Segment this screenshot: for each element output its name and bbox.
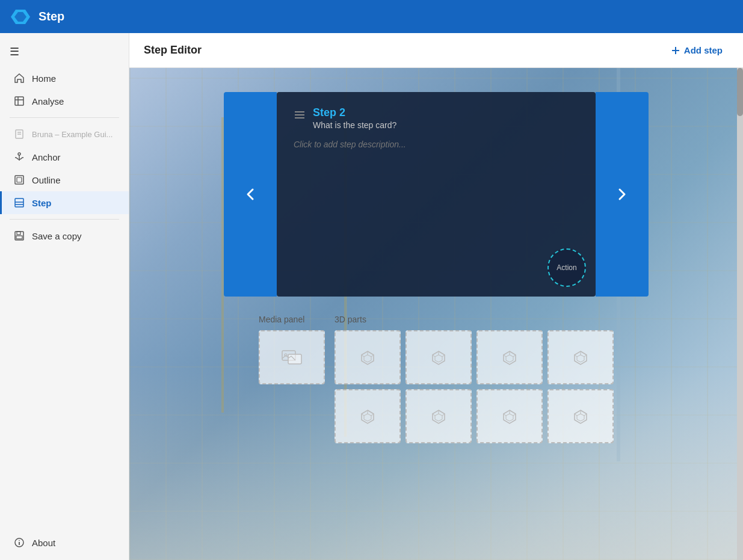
svg-rect-12: [15, 176, 23, 184]
main-layout: ☰ Home Analyse: [0, 33, 743, 560]
step-card-header: Step 2 What is the step card?: [294, 106, 579, 130]
canvas-content: Step 2 What is the step card? Click to a…: [129, 68, 743, 560]
topbar: Step: [0, 0, 743, 33]
sidebar-label-outline: Outline: [32, 175, 61, 185]
sidebar-item-save[interactable]: Save a copy: [0, 224, 129, 247]
part-box-1[interactable]: [335, 330, 401, 384]
sidebar-item-outline[interactable]: Outline: [0, 168, 129, 191]
media-panel-box[interactable]: [259, 330, 325, 384]
svg-marker-67: [577, 414, 584, 421]
svg-marker-47: [577, 355, 584, 362]
step-card: Step 2 What is the step card? Click to a…: [277, 92, 596, 297]
media-panel-label: Media panel: [259, 315, 325, 324]
divider-1: [10, 117, 119, 118]
sidebar: ☰ Home Analyse: [0, 33, 129, 560]
home-icon: [14, 73, 25, 84]
right-arrow-icon: [614, 186, 630, 203]
svg-marker-32: [364, 355, 371, 362]
step-card-container: Step 2 What is the step card? Click to a…: [165, 92, 707, 297]
svg-point-8: [18, 153, 20, 155]
part-icon-7: [501, 408, 518, 425]
svg-marker-57: [435, 414, 442, 421]
app-logo: [10, 6, 31, 28]
sidebar-item-bruna: Bruna – Example Gui...: [0, 123, 129, 146]
parts-panel-section: 3D parts: [335, 315, 614, 443]
sidebar-label-anchor: Anchor: [32, 152, 61, 162]
svg-rect-14: [15, 198, 23, 207]
part-icon-6: [430, 408, 447, 425]
sidebar-item-anchor[interactable]: Anchor: [0, 146, 129, 168]
parts-grid: [335, 330, 614, 443]
part-icon-3: [501, 349, 518, 366]
svg-marker-52: [364, 414, 371, 421]
editor-title: Step Editor: [144, 44, 202, 57]
sidebar-label-save: Save a copy: [32, 231, 82, 241]
part-box-6[interactable]: [405, 389, 472, 443]
action-button[interactable]: Action: [547, 248, 586, 287]
sidebar-label-about: About: [32, 538, 55, 548]
step-description[interactable]: Click to add step description...: [294, 140, 579, 285]
media-panel-icon: [281, 348, 303, 366]
content-area: Step Editor Add step: [129, 33, 743, 560]
left-arrow-icon: [242, 186, 259, 203]
part-icon-2: [430, 349, 447, 366]
sidebar-label-analyse: Analyse: [32, 96, 64, 106]
prev-step-button[interactable]: [224, 92, 277, 297]
editor-header: Step Editor Add step: [129, 33, 743, 68]
bottom-panels: Media panel 3D parts: [165, 315, 707, 443]
svg-rect-29: [288, 354, 301, 364]
part-box-4[interactable]: [547, 330, 614, 384]
next-step-button[interactable]: [596, 92, 649, 297]
step-title-block: Step 2 What is the step card?: [313, 106, 396, 130]
part-icon-8: [572, 408, 589, 425]
sidebar-item-analyse[interactable]: Analyse: [0, 90, 129, 112]
sidebar-item-about[interactable]: About: [0, 531, 129, 554]
part-icon-5: [359, 408, 376, 425]
canvas-area[interactable]: Step 2 What is the step card? Click to a…: [129, 68, 743, 560]
outline-icon: [14, 174, 25, 185]
divider-2: [10, 219, 119, 220]
svg-rect-13: [17, 177, 22, 182]
svg-rect-2: [15, 97, 23, 105]
app-title: Step: [39, 10, 64, 23]
svg-marker-42: [506, 355, 513, 362]
step-card-list-icon: [294, 109, 306, 121]
part-box-2[interactable]: [405, 330, 472, 384]
sidebar-label-step: Step: [32, 198, 52, 208]
part-icon-4: [572, 349, 589, 366]
sidebar-label-home: Home: [32, 73, 56, 84]
svg-marker-62: [506, 414, 513, 421]
about-icon: [14, 537, 25, 548]
svg-marker-37: [435, 355, 442, 362]
sidebar-label-bruna: Bruna – Example Gui...: [32, 130, 113, 139]
sidebar-item-home[interactable]: Home: [0, 67, 129, 90]
part-icon-1: [359, 349, 376, 366]
sidebar-spacer: [0, 247, 129, 531]
step-title: Step 2: [313, 106, 396, 119]
svg-point-22: [19, 540, 20, 541]
step-subtitle: What is the step card?: [313, 120, 396, 130]
part-box-3[interactable]: [476, 330, 543, 384]
add-step-button[interactable]: Add step: [665, 42, 729, 59]
svg-rect-19: [16, 236, 22, 239]
media-panel-section: Media panel: [259, 315, 325, 443]
menu-button[interactable]: ☰: [0, 39, 129, 64]
add-step-label: Add step: [684, 45, 723, 55]
action-label: Action: [556, 263, 576, 272]
part-box-7[interactable]: [476, 389, 543, 443]
anchor-icon: [14, 152, 25, 162]
plus-icon: [671, 46, 680, 55]
save-icon: [14, 230, 25, 241]
parts-panel-label: 3D parts: [335, 315, 614, 324]
sidebar-item-step[interactable]: Step: [0, 191, 129, 214]
step-icon: [14, 197, 25, 208]
part-box-5[interactable]: [335, 389, 401, 443]
part-box-8[interactable]: [547, 389, 614, 443]
analyse-icon: [14, 96, 25, 106]
file-icon: [14, 129, 25, 140]
